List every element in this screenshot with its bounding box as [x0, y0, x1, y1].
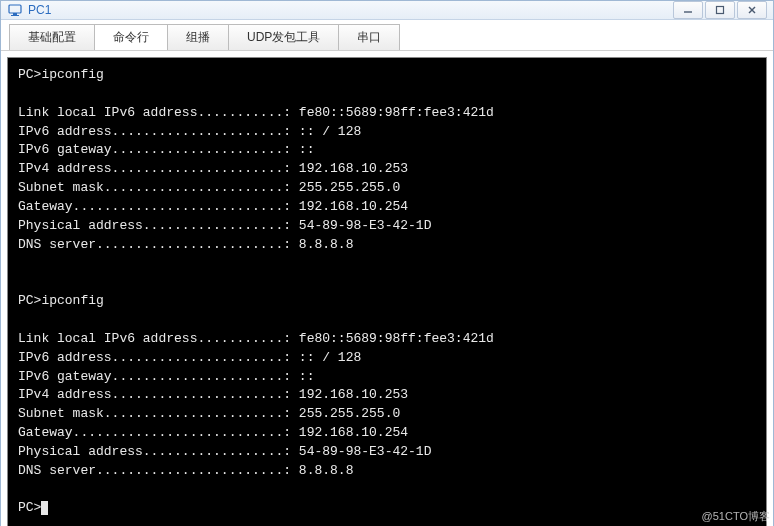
terminal[interactable]: PC>ipconfig Link local IPv6 address.....… — [7, 57, 767, 526]
terminal-line: IPv4 address......................: 192.… — [18, 161, 408, 176]
terminal-cursor — [41, 501, 48, 515]
terminal-line: DNS server........................: 8.8.… — [18, 463, 353, 478]
terminal-line: PC>ipconfig — [18, 293, 104, 308]
tab-udp-tool[interactable]: UDP发包工具 — [228, 24, 339, 50]
terminal-line: PC>ipconfig — [18, 67, 104, 82]
terminal-line: Physical address..................: 54-8… — [18, 444, 431, 459]
terminal-line: Gateway...........................: 192.… — [18, 425, 408, 440]
terminal-line: Subnet mask.......................: 255.… — [18, 180, 400, 195]
terminal-line: Physical address..................: 54-8… — [18, 218, 431, 233]
svg-rect-4 — [717, 7, 724, 14]
svg-rect-0 — [9, 5, 21, 13]
window-controls — [673, 1, 767, 19]
close-button[interactable] — [737, 1, 767, 19]
tabbar: 基础配置 命令行 组播 UDP发包工具 串口 — [1, 20, 773, 51]
tab-serial[interactable]: 串口 — [338, 24, 400, 50]
terminal-line: IPv6 gateway......................: :: — [18, 142, 314, 157]
terminal-line: DNS server........................: 8.8.… — [18, 237, 353, 252]
terminal-container: PC>ipconfig Link local IPv6 address.....… — [1, 51, 773, 526]
terminal-line: Subnet mask.......................: 255.… — [18, 406, 400, 421]
terminal-line: Link local IPv6 address...........: fe80… — [18, 331, 494, 346]
terminal-line: IPv6 gateway......................: :: — [18, 369, 314, 384]
tab-basic-config[interactable]: 基础配置 — [9, 24, 95, 50]
terminal-prompt: PC> — [18, 500, 41, 515]
window-title: PC1 — [28, 3, 673, 17]
svg-rect-1 — [13, 13, 17, 15]
minimize-button[interactable] — [673, 1, 703, 19]
maximize-button[interactable] — [705, 1, 735, 19]
app-icon — [7, 2, 23, 18]
terminal-line: Gateway...........................: 192.… — [18, 199, 408, 214]
tab-multicast[interactable]: 组播 — [167, 24, 229, 50]
terminal-line: Link local IPv6 address...........: fe80… — [18, 105, 494, 120]
terminal-line: IPv6 address......................: :: /… — [18, 124, 361, 139]
terminal-line: IPv4 address......................: 192.… — [18, 387, 408, 402]
tab-command-line[interactable]: 命令行 — [94, 24, 168, 50]
svg-rect-2 — [11, 15, 19, 16]
app-window: PC1 基础配置 命令行 组播 UDP发包工具 串口 PC>ipconfig L… — [0, 0, 774, 526]
terminal-line: IPv6 address......................: :: /… — [18, 350, 361, 365]
titlebar: PC1 — [1, 1, 773, 20]
